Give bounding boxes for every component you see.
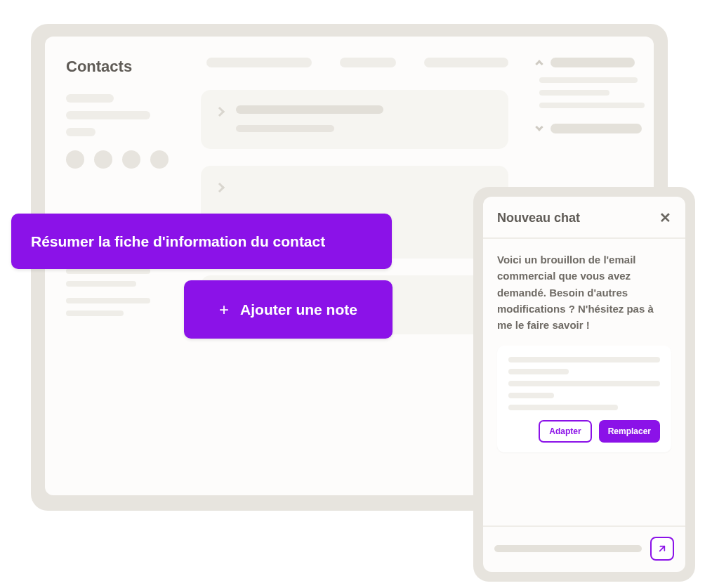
- avatar-placeholder[interactable]: [122, 150, 140, 169]
- plus-icon: +: [219, 300, 229, 320]
- chat-frame: Nouveau chat ✕ Voici un brouillon de l'e…: [483, 197, 685, 572]
- tab-placeholder[interactable]: [424, 58, 508, 67]
- draft-card: Adapter Remplacer: [497, 346, 671, 452]
- chevron-up-icon: [535, 60, 543, 67]
- skeleton-line: [66, 298, 150, 303]
- svg-line-0: [660, 547, 665, 551]
- avatar-placeholder[interactable]: [94, 150, 112, 169]
- skeleton-line: [539, 103, 645, 108]
- content-card[interactable]: [201, 90, 508, 149]
- chevron-right-icon: [215, 183, 225, 192]
- add-note-button[interactable]: + Ajouter une note: [184, 280, 393, 339]
- skeleton-line: [66, 311, 124, 316]
- chevron-right-icon: [215, 107, 225, 117]
- button-label: Ajouter une note: [240, 301, 357, 318]
- skeleton-line: [66, 111, 150, 119]
- chat-panel: Nouveau chat ✕ Voici un brouillon de l'e…: [473, 187, 695, 582]
- chat-body: Voici un brouillon de l'email commercial…: [483, 239, 685, 525]
- arrow-up-right-icon: [657, 543, 668, 554]
- tab-row: [201, 58, 508, 67]
- skeleton-line: [508, 393, 554, 398]
- chat-input[interactable]: [494, 545, 642, 552]
- tab-placeholder[interactable]: [206, 58, 312, 67]
- close-button[interactable]: ✕: [659, 209, 671, 226]
- skeleton-line: [66, 268, 150, 274]
- avatar-placeholder[interactable]: [150, 150, 169, 169]
- chat-input-row: [483, 525, 685, 572]
- skeleton-line: [66, 281, 136, 287]
- sidebar-title: Contacts: [66, 58, 169, 76]
- avatar-row: [66, 150, 169, 169]
- collapsible-section[interactable]: [536, 58, 645, 67]
- summarize-contact-button[interactable]: Résumer la fiche d'information du contac…: [11, 214, 392, 269]
- chat-header: Nouveau chat ✕: [483, 197, 685, 239]
- skeleton-line: [66, 94, 114, 103]
- chevron-down-icon: [535, 123, 543, 131]
- draft-actions: Adapter Remplacer: [508, 420, 660, 443]
- skeleton-line: [508, 357, 660, 362]
- assistant-message: Voici un brouillon de l'email commercial…: [497, 251, 671, 333]
- skeleton-line: [508, 369, 569, 374]
- chat-title: Nouveau chat: [497, 211, 580, 226]
- tab-placeholder[interactable]: [340, 58, 396, 67]
- avatar-placeholder[interactable]: [66, 150, 84, 169]
- skeleton-line: [236, 105, 383, 114]
- skeleton-line: [508, 405, 618, 410]
- skeleton-line: [236, 125, 334, 132]
- send-button[interactable]: [650, 537, 674, 561]
- skeleton-line: [539, 90, 609, 96]
- skeleton-line: [66, 128, 95, 136]
- skeleton-line: [551, 124, 642, 133]
- collapsible-section[interactable]: [536, 124, 645, 133]
- adapt-button[interactable]: Adapter: [539, 420, 591, 443]
- button-label: Résumer la fiche d'information du contac…: [31, 233, 325, 250]
- skeleton-line: [551, 58, 635, 67]
- replace-button[interactable]: Remplacer: [599, 420, 660, 443]
- skeleton-line: [508, 381, 660, 386]
- skeleton-line: [539, 77, 638, 83]
